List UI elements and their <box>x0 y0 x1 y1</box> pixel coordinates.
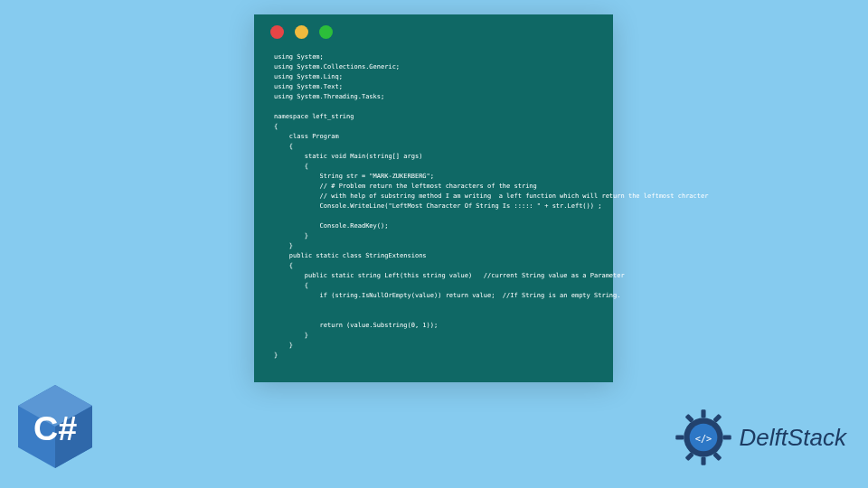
code-content: using System; using System.Collections.G… <box>254 49 613 373</box>
code-editor-window: using System; using System.Collections.G… <box>254 14 613 382</box>
svg-rect-5 <box>722 435 731 439</box>
delftstack-brand: </> DelftStack <box>675 408 847 466</box>
svg-rect-3 <box>701 457 705 465</box>
window-titlebar <box>254 14 613 49</box>
svg-rect-4 <box>675 435 684 439</box>
brand-name: DelftStack <box>740 424 847 452</box>
delftstack-logo-icon: </> <box>675 408 732 466</box>
minimize-icon[interactable] <box>295 25 308 39</box>
csharp-badge: C# <box>18 385 92 468</box>
csharp-label: C# <box>33 409 77 447</box>
svg-rect-2 <box>701 409 705 418</box>
zoom-icon[interactable] <box>319 25 333 39</box>
code-brackets-icon: </> <box>694 433 712 444</box>
close-icon[interactable] <box>270 25 284 39</box>
